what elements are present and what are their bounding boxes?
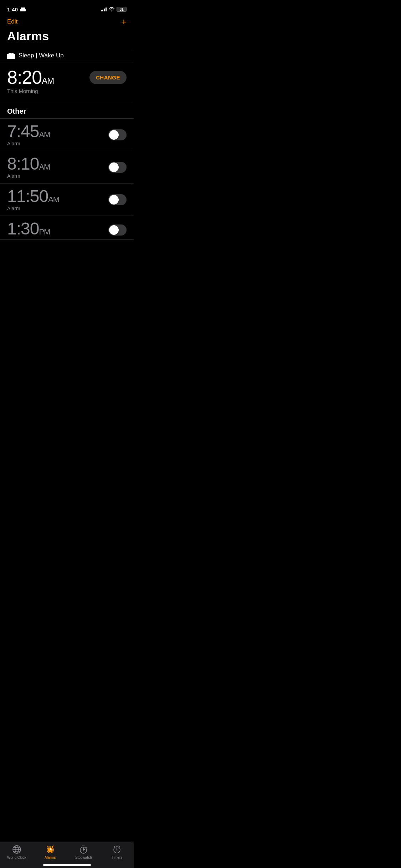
status-bar: 1:40 31 — [0, 0, 134, 16]
alarm-time: 11:50AM — [7, 188, 108, 205]
svg-rect-6 — [11, 53, 14, 55]
svg-rect-8 — [14, 57, 15, 59]
signal-icon — [101, 7, 107, 11]
toggle-thumb — [109, 195, 119, 205]
alarm-item[interactable]: 1:30PM — [0, 216, 134, 240]
main-content: Sleep | Wake Up 8:20AM CHANGE This Morni… — [0, 49, 134, 283]
alarm-info: 1:30PM — [7, 220, 108, 237]
svg-rect-0 — [20, 9, 26, 11]
toggle-thumb — [109, 130, 119, 140]
status-icons: 31 — [101, 7, 127, 12]
alarm-item[interactable]: 8:10AM Alarm — [0, 151, 134, 184]
svg-rect-5 — [9, 53, 11, 55]
svg-rect-7 — [7, 57, 8, 59]
alarm-toggle[interactable] — [108, 129, 127, 140]
header: Edit + — [0, 16, 134, 29]
alarm-toggle[interactable] — [108, 224, 127, 236]
alarm-item[interactable]: 11:50AM Alarm — [0, 184, 134, 216]
status-time: 1:40 — [7, 6, 26, 12]
sleep-wake-time: 8:20AM — [7, 68, 54, 87]
bed-status-icon — [20, 7, 26, 11]
other-section-header: Other — [0, 100, 134, 119]
svg-rect-1 — [21, 7, 23, 9]
alarm-label: Alarm — [7, 141, 108, 146]
sleep-wake-card[interactable]: 8:20AM CHANGE This Morning — [0, 62, 134, 100]
bed-icon — [7, 52, 15, 59]
alarm-time: 8:10AM — [7, 155, 108, 172]
alarm-label: Alarm — [7, 206, 108, 211]
alarm-info: 8:10AM Alarm — [7, 155, 108, 179]
alarm-item[interactable]: 7:45AM Alarm — [0, 119, 134, 151]
alarm-time: 7:45AM — [7, 123, 108, 140]
alarm-info: 11:50AM Alarm — [7, 188, 108, 211]
sleep-wake-section-header: Sleep | Wake Up — [0, 49, 134, 62]
wifi-icon — [109, 7, 114, 11]
add-alarm-button[interactable]: + — [121, 17, 127, 26]
battery-icon: 31 — [117, 7, 127, 12]
toggle-thumb — [109, 162, 119, 172]
sleep-subtitle: This Morning — [7, 88, 127, 94]
alarm-toggle[interactable] — [108, 162, 127, 173]
svg-rect-2 — [23, 7, 25, 9]
change-button[interactable]: CHANGE — [89, 71, 127, 84]
sleep-wake-label: Sleep | Wake Up — [19, 52, 64, 59]
alarm-label: Alarm — [7, 173, 108, 179]
alarm-time: 1:30PM — [7, 220, 108, 237]
edit-button[interactable]: Edit — [7, 18, 17, 25]
alarm-info: 7:45AM Alarm — [7, 123, 108, 146]
page-title: Alarms — [0, 29, 134, 49]
toggle-thumb — [109, 225, 119, 235]
svg-rect-4 — [7, 54, 15, 56]
alarm-toggle[interactable] — [108, 194, 127, 205]
